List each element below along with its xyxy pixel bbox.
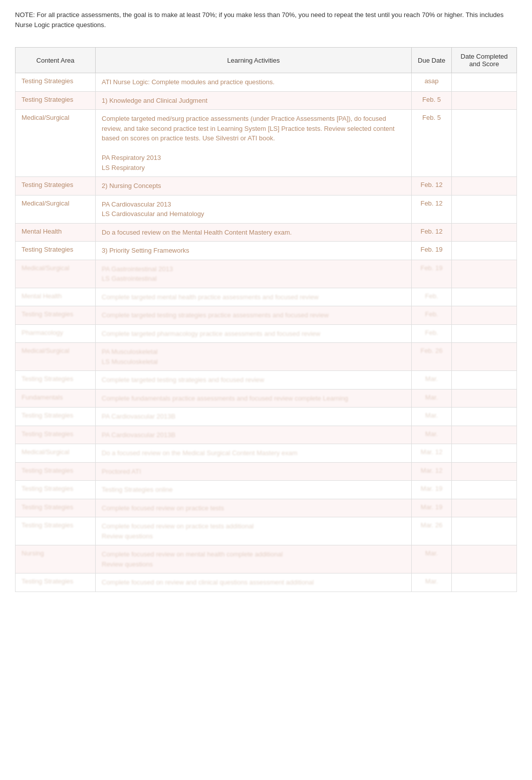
date-completed-cell <box>452 324 517 343</box>
activity-cell: Complete focused review on practice test… <box>96 517 412 545</box>
date-completed-cell <box>452 177 517 196</box>
date-completed-cell <box>452 389 517 408</box>
content-area-cell: Testing Strategies <box>16 177 96 196</box>
activity-cell: 1) Knowledge and Clinical Judgment <box>96 91 412 110</box>
due-date-cell: Mar. <box>412 545 452 573</box>
activity-cell: Complete focused review on practice test… <box>96 499 412 517</box>
due-date-cell: Feb. 5 <box>412 110 452 177</box>
activity-cell: Complete focused review on mental health… <box>96 545 412 573</box>
table-row: Testing Strategies1) Knowledge and Clini… <box>16 91 517 110</box>
date-completed-cell <box>452 545 517 573</box>
table-row: Testing StrategiesComplete targeted test… <box>16 371 517 389</box>
table-row: NursingComplete focused review on mental… <box>16 545 517 573</box>
date-completed-cell <box>452 573 517 592</box>
table-row: Testing Strategies3) Priority Setting Fr… <box>16 242 517 260</box>
due-date-cell: Feb. 12 <box>412 195 452 223</box>
activity-cell: Complete targeted med/surg practice asse… <box>96 110 412 177</box>
activity-cell: PA Gastrointestinal 2013LS Gastrointesti… <box>96 260 412 288</box>
date-completed-cell <box>452 73 517 92</box>
content-area-cell: Testing Strategies <box>16 499 96 517</box>
table-row: Testing StrategiesComplete focused revie… <box>16 499 517 517</box>
date-completed-cell <box>452 371 517 389</box>
table-row: Testing StrategiesProctored ATIMar. 12 <box>16 462 517 481</box>
due-date-cell: Mar. <box>412 573 452 592</box>
due-date-cell: Mar. <box>412 371 452 389</box>
due-date-cell: Feb. <box>412 324 452 343</box>
table-row: Medical/SurgicalPA Gastrointestinal 2013… <box>16 260 517 288</box>
table-row: Mental HealthDo a focused review on the … <box>16 223 517 242</box>
content-area-cell: Medical/Surgical <box>16 343 96 371</box>
content-area-cell: Testing Strategies <box>16 481 96 499</box>
activity-cell: Proctored ATI <box>96 462 412 481</box>
date-completed-cell <box>452 426 517 444</box>
date-completed-cell <box>452 223 517 242</box>
activity-cell: Complete targeted mental health practice… <box>96 288 412 306</box>
table-row: Medical/SurgicalPA Cardiovascular 2013LS… <box>16 195 517 223</box>
activity-cell: PA Cardiovascular 2013B <box>96 408 412 426</box>
date-completed-cell <box>452 499 517 517</box>
date-completed-cell <box>452 195 517 223</box>
date-completed-cell <box>452 408 517 426</box>
due-date-cell: Feb. 12 <box>412 223 452 242</box>
content-area-cell: Mental Health <box>16 288 96 306</box>
content-area-cell: Medical/Surgical <box>16 260 96 288</box>
table-row: Medical/SurgicalComplete targeted med/su… <box>16 110 517 177</box>
due-date-cell: Mar. <box>412 426 452 444</box>
activity-cell: 3) Priority Setting Frameworks <box>96 242 412 260</box>
date-completed-cell <box>452 242 517 260</box>
table-row: Medical/SurgicalDo a focused review on t… <box>16 444 517 463</box>
due-date-cell: Mar. <box>412 408 452 426</box>
header-date-completed: Date Completed and Score <box>452 48 517 73</box>
content-area-cell: Medical/Surgical <box>16 444 96 463</box>
main-table: Content Area Learning Activities Due Dat… <box>15 47 517 592</box>
header-learning-activities: Learning Activities <box>96 48 412 73</box>
content-area-cell: Testing Strategies <box>16 408 96 426</box>
table-row: Testing StrategiesPA Cardiovascular 2013… <box>16 426 517 444</box>
date-completed-cell <box>452 288 517 306</box>
date-completed-cell <box>452 110 517 177</box>
activity-cell: Complete fundamentals practice assessmen… <box>96 389 412 408</box>
date-completed-cell <box>452 306 517 325</box>
content-area-cell: Pharmacology <box>16 324 96 343</box>
due-date-cell: Mar. 19 <box>412 481 452 499</box>
activity-cell: Complete targeted pharmacology practice … <box>96 324 412 343</box>
table-row: FundamentalsComplete fundamentals practi… <box>16 389 517 408</box>
table-row: PharmacologyComplete targeted pharmacolo… <box>16 324 517 343</box>
header-content-area: Content Area <box>16 48 96 73</box>
table-row: Mental HealthComplete targeted mental he… <box>16 288 517 306</box>
date-completed-cell <box>452 481 517 499</box>
content-area-cell: Testing Strategies <box>16 91 96 110</box>
content-area-cell: Nursing <box>16 545 96 573</box>
content-area-cell: Medical/Surgical <box>16 110 96 177</box>
date-completed-cell <box>452 444 517 463</box>
date-completed-cell <box>452 260 517 288</box>
content-area-cell: Testing Strategies <box>16 242 96 260</box>
table-row: Testing StrategiesComplete targeted test… <box>16 306 517 325</box>
due-date-cell: asap <box>412 73 452 92</box>
activity-cell: Complete focused on review and clinical … <box>96 573 412 592</box>
table-row: Testing Strategies2) Nursing ConceptsFeb… <box>16 177 517 196</box>
note-text: NOTE: For all practice assessments, the … <box>15 10 517 30</box>
date-completed-cell <box>452 91 517 110</box>
table-row: Testing StrategiesComplete focused revie… <box>16 517 517 545</box>
content-area-cell: Mental Health <box>16 223 96 242</box>
due-date-cell: Mar. 12 <box>412 462 452 481</box>
due-date-cell: Feb. 26 <box>412 343 452 371</box>
content-area-cell: Testing Strategies <box>16 426 96 444</box>
content-area-cell: Testing Strategies <box>16 306 96 325</box>
due-date-cell: Mar. <box>412 389 452 408</box>
table-row: Testing StrategiesATI Nurse Logic: Compl… <box>16 73 517 92</box>
content-area-cell: Testing Strategies <box>16 371 96 389</box>
content-area-cell: Testing Strategies <box>16 573 96 592</box>
due-date-cell: Feb. <box>412 306 452 325</box>
date-completed-cell <box>452 343 517 371</box>
activity-cell: PA MusculoskeletalLS Musculoskeletal <box>96 343 412 371</box>
activity-cell: Complete targeted testing strategies and… <box>96 371 412 389</box>
activity-cell: PA Cardiovascular 2013LS Cardiovascular … <box>96 195 412 223</box>
due-date-cell: Mar. 12 <box>412 444 452 463</box>
due-date-cell: Feb. 5 <box>412 91 452 110</box>
content-area-cell: Testing Strategies <box>16 517 96 545</box>
activity-cell: ATI Nurse Logic: Complete modules and pr… <box>96 73 412 92</box>
header-due-date: Due Date <box>412 48 452 73</box>
date-completed-cell <box>452 517 517 545</box>
